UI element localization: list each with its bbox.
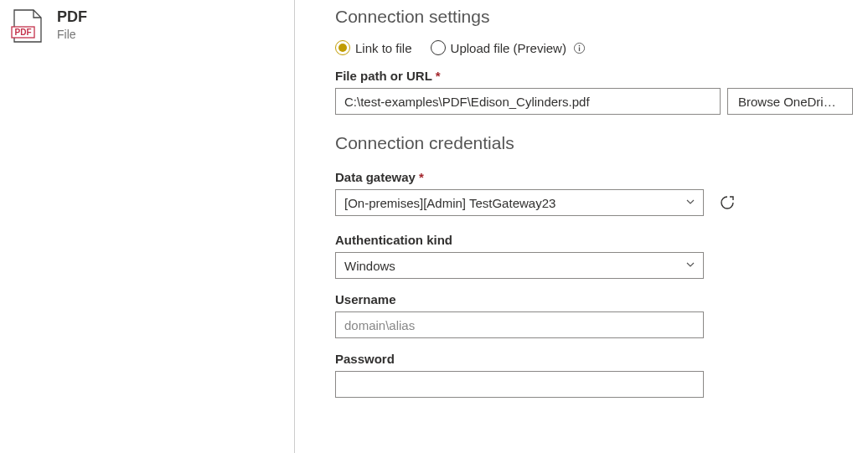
connector-subtitle: File — [57, 28, 87, 41]
radio-upload-label: Upload file (Preview) — [451, 41, 566, 55]
required-asterisk: * — [419, 170, 424, 184]
left-panel: PDF PDF File — [0, 0, 295, 453]
radio-upload-file[interactable]: Upload file (Preview) — [431, 40, 586, 55]
connector-title: PDF — [57, 8, 87, 27]
radio-link-to-file[interactable]: Link to file — [335, 40, 412, 55]
auth-kind-select[interactable]: Windows — [335, 252, 704, 279]
radio-button-icon — [335, 40, 350, 55]
auth-kind-label: Authentication kind — [335, 233, 853, 247]
password-input[interactable] — [335, 371, 704, 398]
connector-title-block: PDF File — [57, 8, 87, 41]
svg-rect-4 — [579, 47, 580, 51]
svg-text:PDF: PDF — [15, 28, 32, 37]
refresh-gateway-button[interactable] — [716, 191, 739, 214]
username-input[interactable] — [335, 311, 704, 338]
data-gateway-select[interactable]: [On-premises][Admin] TestGateway23 — [335, 189, 704, 216]
refresh-icon — [719, 194, 736, 211]
radio-link-label: Link to file — [355, 41, 412, 55]
info-icon[interactable] — [573, 42, 586, 54]
right-panel: Connection settings Link to file Upload … — [295, 0, 868, 453]
file-path-label: File path or URL* — [335, 69, 853, 83]
radio-button-icon — [431, 40, 446, 55]
pdf-file-icon: PDF — [10, 8, 45, 44]
section-header-credentials: Connection credentials — [335, 133, 853, 153]
browse-onedrive-button[interactable]: Browse OneDrive... — [727, 88, 853, 115]
section-header-settings: Connection settings — [335, 7, 853, 27]
connector-header: PDF PDF File — [10, 8, 281, 44]
username-label: Username — [335, 292, 853, 306]
file-path-input[interactable] — [335, 88, 721, 115]
password-label: Password — [335, 352, 853, 366]
required-asterisk: * — [436, 69, 441, 83]
data-gateway-label: Data gateway* — [335, 170, 853, 184]
svg-point-3 — [579, 44, 581, 46]
file-source-radio-group: Link to file Upload file (Preview) — [335, 40, 853, 55]
